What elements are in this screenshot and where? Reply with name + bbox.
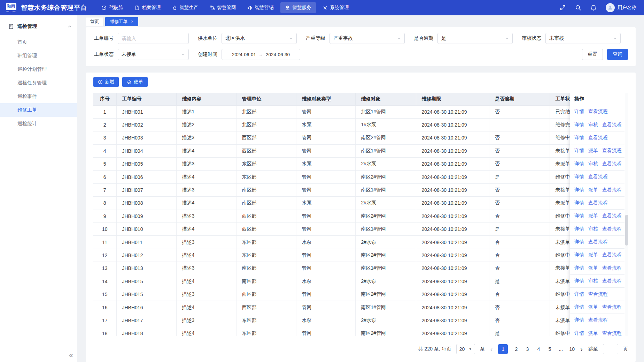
search-button[interactable]: 查询 [607,49,628,60]
urge-button[interactable]: 催单 [122,77,148,87]
sidebar-item[interactable]: 巡检计划管理 [0,62,77,76]
action-link-detail[interactable]: 详情 [574,213,584,219]
action-link-detail[interactable]: 详情 [574,148,584,154]
action-link-detail[interactable]: 详情 [574,161,584,167]
sidebar-item[interactable]: 维修工单 [0,103,77,117]
action-link-review[interactable]: 审核 [588,161,598,167]
action-link-dispatch[interactable]: 派单 [588,265,598,271]
action-link-detail[interactable]: 详情 [574,304,584,310]
nav-item-production[interactable]: 智慧生产 [168,2,203,13]
user-menu[interactable]: 用户名称 [606,3,636,12]
page-number[interactable]: 3 [525,346,530,352]
action-link-detail[interactable]: 详情 [574,200,584,206]
sidebar-group-inspection[interactable]: 巡检管理 [0,15,77,35]
tab-home[interactable]: 首页 [86,17,103,26]
action-link-detail[interactable]: 详情 [574,330,584,336]
action-link-view-process[interactable]: 查看流程 [602,330,622,336]
action-link-detail[interactable]: 详情 [574,291,584,297]
production-icon [172,5,177,10]
action-link-view-process[interactable]: 查看流程 [602,252,622,258]
action-link-view-process[interactable]: 查看流程 [588,317,608,323]
action-link-view-process[interactable]: 查看流程 [602,265,622,271]
action-link-view-process[interactable]: 查看流程 [588,239,608,245]
action-link-view-process[interactable]: 查看流程 [602,226,622,232]
cell-content: 描述3 [176,131,236,144]
action-link-detail[interactable]: 详情 [574,239,584,245]
sidebar-item[interactable]: 班组管理 [0,49,77,62]
action-link-detail[interactable]: 详情 [574,317,584,323]
prev-page-icon[interactable]: ‹ [490,346,494,353]
close-icon[interactable]: × [131,20,133,24]
action-link-view-process[interactable]: 查看流程 [602,278,622,284]
action-link-dispatch[interactable]: 派单 [588,304,598,310]
jump-page-input[interactable] [603,344,618,354]
action-link-detail[interactable]: 详情 [574,108,584,115]
action-link-detail[interactable]: 详情 [574,174,584,180]
action-link-view-process[interactable]: 查看流程 [588,291,608,297]
action-link-view-process[interactable]: 查看流程 [588,135,608,141]
search-icon[interactable] [575,5,581,11]
supply-unit-select[interactable]: 北区供水 [222,33,297,44]
sidebar-item[interactable]: 首页 [0,35,77,49]
sidebar-collapse-button[interactable]: « [69,352,73,359]
scrollbar-thumb[interactable] [625,215,628,246]
cell-deadline: 2024-08-30 10:21:09 [416,223,489,236]
date-start: 2024-06-01 [232,52,256,57]
action-link-detail[interactable]: 详情 [574,187,584,193]
action-link-view-process[interactable]: 查看流程 [602,187,622,193]
overdue-select[interactable]: 是 [437,33,513,44]
nav-item-dashboard[interactable]: 驾驶舱 [97,2,128,13]
reset-button[interactable]: 重置 [582,49,603,60]
order-code-input[interactable] [118,33,189,44]
vertical-scrollbar[interactable] [625,93,628,336]
severity-select[interactable]: 严重事故 [329,33,405,44]
main-content: 首页 维修工单 × 工单编号 供水单位 北区供水 严重 [77,15,644,362]
page-number[interactable]: 2 [513,346,519,352]
action-link-dispatch[interactable]: 派单 [588,187,598,193]
fullscreen-icon[interactable] [560,5,566,11]
page-number[interactable]: 1 [498,344,508,354]
action-link-dispatch[interactable]: 派单 [588,330,598,336]
order-status-select[interactable]: 未接单 [118,49,189,60]
nav-item-service[interactable]: 智慧服务 [280,2,316,13]
page-size-select[interactable]: 20 ▼ [456,344,475,354]
sidebar-item[interactable]: 巡检统计 [0,117,77,130]
tab-repair-orders[interactable]: 维修工单 × [105,17,138,26]
sidebar-item[interactable]: 巡检事件 [0,90,77,103]
nav-item-marketing[interactable]: 智慧营销 [243,2,278,13]
action-link-review[interactable]: 审核 [588,278,598,284]
action-link-detail[interactable]: 详情 [574,135,584,141]
action-link-view-process[interactable]: 查看流程 [588,200,608,206]
action-link-dispatch[interactable]: 派单 [588,213,598,219]
action-link-view-process[interactable]: 查看流程 [602,122,622,128]
add-button[interactable]: 新增 [93,77,119,87]
nav-item-pipeline[interactable]: 智慧管网 [205,2,241,13]
nav-item-archive[interactable]: 档案管理 [130,2,165,13]
action-link-view-process[interactable]: 查看流程 [588,108,608,115]
action-link-detail[interactable]: 详情 [574,252,584,258]
action-link-dispatch[interactable]: 派单 [588,252,598,258]
action-link-review[interactable]: 审核 [588,226,598,232]
action-link-detail[interactable]: 详情 [574,265,584,271]
review-status-select[interactable]: 未审核 [545,33,621,44]
page-number[interactable]: 10 [569,346,575,352]
cell-deadline: 2024-08-30 10:21:09 [416,327,489,337]
page-number[interactable]: 4 [536,346,541,352]
action-link-dispatch[interactable]: 派单 [588,148,598,154]
action-link-view-process[interactable]: 查看流程 [602,148,622,154]
bell-icon[interactable] [590,5,597,11]
action-link-detail[interactable]: 详情 [574,226,584,232]
nav-item-system[interactable]: 系统管理 [318,2,354,13]
action-link-detail[interactable]: 详情 [574,278,584,284]
sidebar-item[interactable]: 巡检任务管理 [0,76,77,90]
action-link-view-process[interactable]: 查看流程 [602,161,622,167]
date-range-picker[interactable]: 2024-06-01 → 2024-06-30 [222,49,300,60]
action-link-detail[interactable]: 详情 [574,122,584,128]
chevron-up-icon[interactable] [68,24,72,29]
action-link-view-process[interactable]: 查看流程 [602,304,622,310]
action-link-view-process[interactable]: 查看流程 [588,174,608,180]
page-number[interactable]: 5 [547,346,552,352]
action-link-view-process[interactable]: 查看流程 [602,213,622,219]
action-link-review[interactable]: 审核 [588,122,598,128]
next-page-icon[interactable]: › [580,346,583,353]
